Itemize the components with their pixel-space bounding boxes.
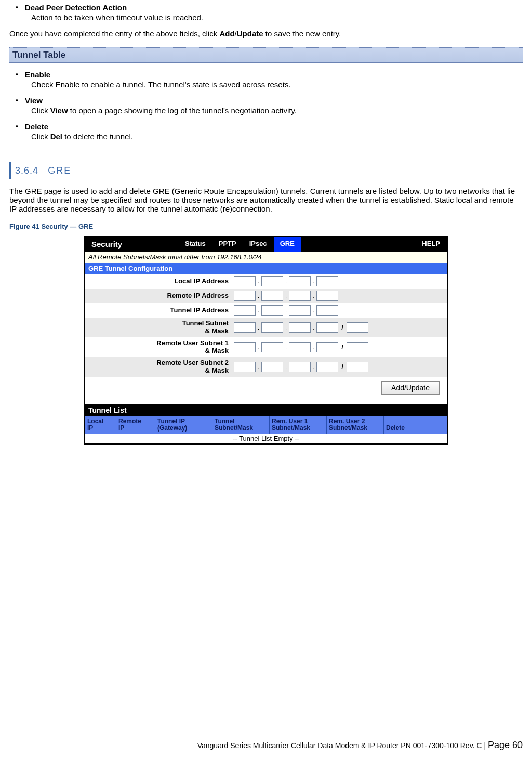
bullet-dpd: • Dead Peer Detection Action Action to b… xyxy=(16,3,523,22)
remote-ip-octet-1[interactable] xyxy=(234,291,256,301)
text: to save the new entry. xyxy=(263,29,341,38)
bullet-title: View xyxy=(25,96,43,105)
bullet-enable: • Enable Check Enable to enable a tunnel… xyxy=(16,70,523,89)
th-rem-user1: Rem. User 1Subnet/Mask xyxy=(270,416,327,434)
footer-sep: | xyxy=(482,741,488,750)
view-bold: View xyxy=(50,106,68,115)
heading-number: 3.6.4 xyxy=(15,165,38,176)
bullet-desc: Click View to open a page showing the lo… xyxy=(31,106,523,115)
page-footer: Vanguard Series Multicarrier Cellular Da… xyxy=(197,740,523,751)
label-remote-sub2: Remote User Subnet 2& Mask xyxy=(88,359,234,375)
remote-sub2-octet-3[interactable] xyxy=(289,362,311,372)
tunnel-ip-octet-4[interactable] xyxy=(316,305,338,316)
bullet-title: Dead Peer Detection Action xyxy=(25,3,127,12)
figure-note: All Remote Subnets/Mask must differ from… xyxy=(85,252,447,263)
bullet-desc: Check Enable to enable a tunnel. The tun… xyxy=(31,80,523,89)
tunnel-list-header: LocalIP RemoteIP Tunnel IP(Gateway) Tunn… xyxy=(85,416,447,434)
text: Click xyxy=(31,132,50,141)
figure-tabs: Security Status PPTP IPsec GRE HELP xyxy=(85,237,447,252)
text: Click xyxy=(31,106,50,115)
figure-security-gre: Security Status PPTP IPsec GRE HELP All … xyxy=(84,236,448,445)
figure-caption: Figure 41 Security — GRE xyxy=(9,223,523,230)
row-remote-sub1: Remote User Subnet 1& Mask . . . / xyxy=(85,337,447,357)
tunnel-subnet-octet-2[interactable] xyxy=(261,322,283,333)
remote-sub1-octet-1[interactable] xyxy=(234,342,256,352)
row-remote-ip: Remote IP Address . . . xyxy=(85,289,447,303)
add-label: Add xyxy=(219,29,234,38)
bullet-title: Enable xyxy=(25,70,50,79)
heading-gre: 3.6.4 GRE xyxy=(9,162,523,179)
completion-paragraph: Once you have completed the entry of the… xyxy=(9,29,523,38)
label-tunnel-ip: Tunnel IP Address xyxy=(88,307,234,315)
spacer xyxy=(85,399,447,404)
remote-sub2-octet-1[interactable] xyxy=(234,362,256,372)
tunnel-ip-octet-1[interactable] xyxy=(234,305,256,316)
remote-sub2-mask[interactable] xyxy=(347,362,368,372)
label-remote-sub1: Remote User Subnet 1& Mask xyxy=(88,339,234,355)
heading-title: GRE xyxy=(48,165,71,176)
tab-security[interactable]: Security xyxy=(85,237,179,252)
th-local-ip: LocalIP xyxy=(85,416,116,434)
bullet-desc: Click Del to delete the tunnel. xyxy=(31,132,523,141)
bullet-title: Delete xyxy=(25,122,48,131)
tab-ipsec[interactable]: IPsec xyxy=(243,237,274,252)
page-number: Page 60 xyxy=(488,740,523,750)
local-ip-octet-3[interactable] xyxy=(289,276,311,286)
tab-status[interactable]: Status xyxy=(179,237,212,252)
del-bold: Del xyxy=(50,132,62,141)
remote-sub1-octet-3[interactable] xyxy=(289,342,311,352)
tab-pptp[interactable]: PPTP xyxy=(212,237,243,252)
tunnel-ip-octet-3[interactable] xyxy=(289,305,311,316)
local-ip-octet-1[interactable] xyxy=(234,276,256,286)
tunnel-list-empty: -- Tunnel List Empty -- xyxy=(85,434,447,443)
tunnel-subnet-mask[interactable] xyxy=(347,322,368,333)
bullet-desc: Action to be taken when timeout value is… xyxy=(31,13,523,22)
remote-ip-octet-4[interactable] xyxy=(316,291,338,301)
th-tunnel-ip: Tunnel IP(Gateway) xyxy=(155,416,212,434)
th-delete: Delete xyxy=(384,416,447,434)
label-tunnel-subnet: Tunnel Subnet& Mask xyxy=(88,320,234,335)
tunnel-ip-octet-2[interactable] xyxy=(261,305,283,316)
tunnel-subnet-octet-4[interactable] xyxy=(316,322,338,333)
bullet-view: • View Click View to open a page showing… xyxy=(16,96,523,115)
th-remote-ip: RemoteIP xyxy=(116,416,155,434)
add-update-button[interactable]: Add/Update xyxy=(381,381,440,395)
bullet-dot: • xyxy=(16,96,25,104)
local-ip-octet-4[interactable] xyxy=(316,276,338,286)
row-local-ip: Local IP Address . . . xyxy=(85,274,447,289)
footer-text: Vanguard Series Multicarrier Cellular Da… xyxy=(197,741,482,750)
tunnel-table-banner: Tunnel Table xyxy=(9,47,523,63)
label-local-ip: Local IP Address xyxy=(88,278,234,285)
remote-sub1-octet-2[interactable] xyxy=(261,342,283,352)
figure-section-title: GRE Tunnel Configuration xyxy=(85,263,447,274)
label-remote-ip: Remote IP Address xyxy=(88,292,234,300)
document-content: • Dead Peer Detection Action Action to b… xyxy=(9,0,523,445)
tab-help[interactable]: HELP xyxy=(416,237,447,252)
remote-ip-octet-3[interactable] xyxy=(289,291,311,301)
row-tunnel-subnet: Tunnel Subnet& Mask . . . / xyxy=(85,318,447,337)
text: Once you have completed the entry of the… xyxy=(9,29,219,38)
text: to delete the tunnel. xyxy=(62,132,133,141)
remote-ip-octet-2[interactable] xyxy=(261,291,283,301)
bullet-dot: • xyxy=(16,122,25,130)
tunnel-subnet-octet-1[interactable] xyxy=(234,322,256,333)
th-tunnel-subnet: TunnelSubnet/Mask xyxy=(212,416,270,434)
gre-paragraph: The GRE page is used to add and delete G… xyxy=(9,187,523,213)
remote-sub2-octet-2[interactable] xyxy=(261,362,283,372)
remote-sub1-mask[interactable] xyxy=(347,342,368,352)
tab-gre[interactable]: GRE xyxy=(274,237,301,252)
bullet-dot: • xyxy=(16,3,25,11)
remote-sub2-octet-4[interactable] xyxy=(316,362,338,372)
tunnel-subnet-octet-3[interactable] xyxy=(289,322,311,333)
th-rem-user2: Rem. User 2Subnet/Mask xyxy=(327,416,384,434)
local-ip-octet-2[interactable] xyxy=(261,276,283,286)
remote-sub1-octet-4[interactable] xyxy=(316,342,338,352)
text: to open a page showing the log of the tu… xyxy=(68,106,297,115)
button-row: Add/Update xyxy=(85,377,447,399)
bullet-delete: • Delete Click Del to delete the tunnel. xyxy=(16,122,523,141)
update-label: Update xyxy=(237,29,263,38)
bullet-dot: • xyxy=(16,70,25,79)
row-remote-sub2: Remote User Subnet 2& Mask . . . / xyxy=(85,357,447,377)
row-tunnel-ip: Tunnel IP Address . . . xyxy=(85,303,447,318)
tunnel-list-title: Tunnel List xyxy=(85,404,447,416)
